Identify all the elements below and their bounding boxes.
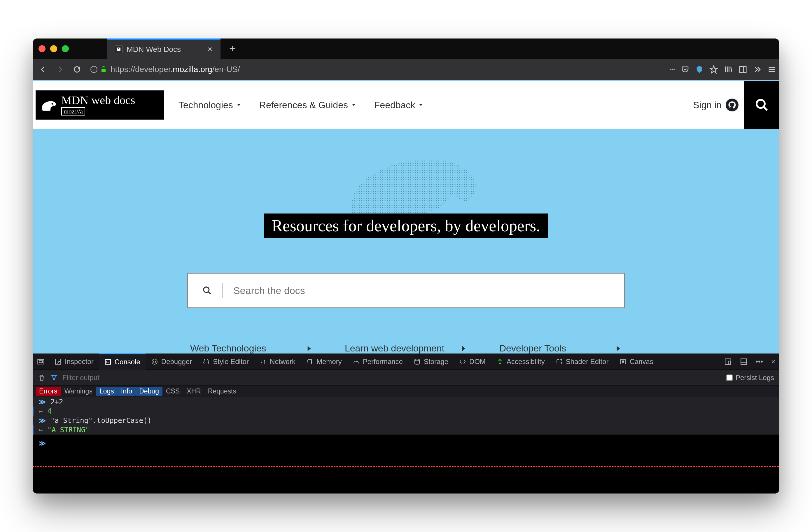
devtools-close-button[interactable]: ×	[767, 358, 779, 366]
filter-toggle-icon[interactable]	[50, 374, 58, 382]
devtools-tab-shader-editor[interactable]: Shader Editor	[550, 354, 614, 370]
chip-errors[interactable]: Errors	[35, 387, 61, 396]
devtools-tab-memory[interactable]: Memory	[301, 354, 347, 370]
divider	[222, 283, 223, 298]
search-input[interactable]	[233, 285, 610, 296]
toolbar-right: •••	[670, 65, 776, 74]
arrow-right-icon	[614, 345, 622, 352]
svg-rect-11	[308, 359, 311, 364]
shield-icon[interactable]	[695, 65, 704, 73]
search-icon	[755, 98, 769, 112]
clear-console-button[interactable]	[38, 374, 45, 382]
devtools-tab-accessibility[interactable]: Accessibility	[491, 354, 550, 370]
arrow-right-icon	[305, 345, 313, 352]
svg-rect-19	[741, 359, 747, 364]
devtools-tab-inspector[interactable]: Inspector	[49, 354, 99, 370]
svg-point-12	[415, 359, 419, 361]
hero: Resources for developers, by developers.…	[33, 129, 779, 354]
site-header: MDN web docs moz://a Technologies Refere…	[33, 81, 779, 129]
library-icon[interactable]	[724, 65, 733, 74]
search-box[interactable]	[187, 273, 625, 308]
chip-info[interactable]: Info	[118, 387, 136, 396]
hamburger-menu-icon[interactable]	[768, 65, 776, 73]
more-actions-icon[interactable]: •••	[670, 67, 675, 72]
chip-xhr[interactable]: XHR	[183, 387, 204, 396]
svg-rect-6	[38, 359, 44, 364]
forward-button[interactable]	[53, 62, 67, 76]
chevron-down-icon	[351, 102, 357, 108]
console-prompt[interactable]: ≫	[33, 435, 779, 493]
chip-warnings[interactable]: Warnings	[61, 387, 96, 396]
overflow-chevrons-icon[interactable]	[753, 65, 762, 74]
nav-feedback[interactable]: Feedback	[374, 100, 424, 111]
console-output-line: ←"A STRING"	[33, 425, 779, 435]
tab-favicon-icon	[115, 45, 122, 53]
console-input-line: ≫"a String".toUpperCase()	[33, 416, 779, 425]
logo-text-top: MDN web docs	[61, 95, 135, 106]
persist-logs-label: Persist Logs	[736, 374, 774, 382]
close-window-button[interactable]	[39, 45, 45, 52]
responsive-mode-icon[interactable]	[720, 358, 736, 365]
devtools-tab-canvas[interactable]: Canvas	[614, 354, 658, 370]
lock-icon	[100, 66, 107, 73]
window-controls	[39, 45, 69, 52]
devtools-tab-dom[interactable]: DOM	[453, 354, 491, 370]
svg-point-5	[204, 287, 209, 292]
dino-logo-icon	[37, 94, 59, 116]
tab-close-button[interactable]: ×	[208, 45, 212, 54]
nav-references[interactable]: References & Guides	[259, 100, 357, 111]
svg-rect-16	[622, 360, 624, 363]
tab-title: MDN Web Docs	[127, 45, 181, 54]
pocket-icon[interactable]	[681, 65, 690, 74]
tab-bar: MDN Web Docs × +	[33, 39, 779, 59]
quicklink-devtools[interactable]: Developer Tools	[499, 343, 622, 354]
logo-text-bottom: moz://a	[61, 107, 85, 115]
filter-input[interactable]	[62, 374, 722, 382]
console-line-text: "a String".toUpperCase()	[50, 417, 152, 425]
checkbox-icon	[726, 374, 733, 381]
chip-logs[interactable]: Logs	[96, 387, 118, 396]
iframe-picker-icon[interactable]	[33, 358, 49, 366]
reload-button[interactable]	[70, 62, 84, 76]
chip-css[interactable]: CSS	[162, 387, 183, 396]
chip-requests[interactable]: Requests	[204, 387, 240, 396]
back-button[interactable]	[36, 62, 50, 76]
minimize-window-button[interactable]	[50, 45, 57, 52]
search-icon	[202, 286, 212, 295]
devtools-tab-style-editor[interactable]: Style Editor	[197, 354, 254, 370]
devtools-tab-performance[interactable]: Performance	[347, 354, 408, 370]
url-field[interactable]: https://developer.mozilla.org/en-US/	[87, 64, 664, 74]
persist-logs-toggle[interactable]: Persist Logs	[726, 374, 774, 382]
mdn-logo[interactable]: MDN web docs moz://a	[35, 90, 164, 119]
devtools-panel: Inspector Console Debugger Style Editor …	[33, 354, 779, 493]
quicklink-web-technologies[interactable]: Web Technologies	[190, 343, 313, 354]
header-search-button[interactable]	[744, 81, 779, 129]
browser-tab[interactable]: MDN Web Docs ×	[107, 39, 220, 59]
chevron-down-icon	[418, 102, 424, 108]
quicklink-learn[interactable]: Learn web development	[345, 343, 467, 354]
console-output: ≫2+2←4≫"a String".toUpperCase()←"A STRIN…	[33, 397, 779, 493]
sign-in-button[interactable]: Sign in	[693, 99, 739, 112]
bookmark-star-icon[interactable]	[709, 65, 718, 74]
devtools-tab-console[interactable]: Console	[99, 354, 146, 370]
url-text: https://developer.mozilla.org/en-US/	[111, 65, 240, 74]
devtools-tab-network[interactable]: Network	[254, 354, 301, 370]
nav-technologies[interactable]: Technologies	[178, 100, 242, 111]
console-line-text: "A STRING"	[47, 426, 89, 434]
new-tab-button[interactable]: +	[229, 43, 235, 55]
console-output-line: ←4	[33, 406, 779, 416]
devtools-more-icon[interactable]: •••	[752, 358, 767, 366]
info-icon	[90, 66, 98, 73]
devtools-tab-storage[interactable]: Storage	[408, 354, 453, 370]
output-arrow-icon: ←	[39, 426, 43, 434]
chevron-down-icon	[236, 102, 242, 108]
page-content: MDN web docs moz://a Technologies Refere…	[33, 80, 779, 354]
svg-rect-18	[728, 361, 730, 364]
sidebar-icon[interactable]	[739, 65, 747, 74]
quick-links: Web Technologies Learn web development D…	[190, 343, 622, 354]
svg-point-2	[52, 103, 53, 104]
devtools-tab-debugger[interactable]: Debugger	[146, 354, 197, 370]
chip-debug[interactable]: Debug	[136, 387, 162, 396]
dock-mode-icon[interactable]	[736, 358, 752, 365]
maximize-window-button[interactable]	[62, 45, 69, 52]
